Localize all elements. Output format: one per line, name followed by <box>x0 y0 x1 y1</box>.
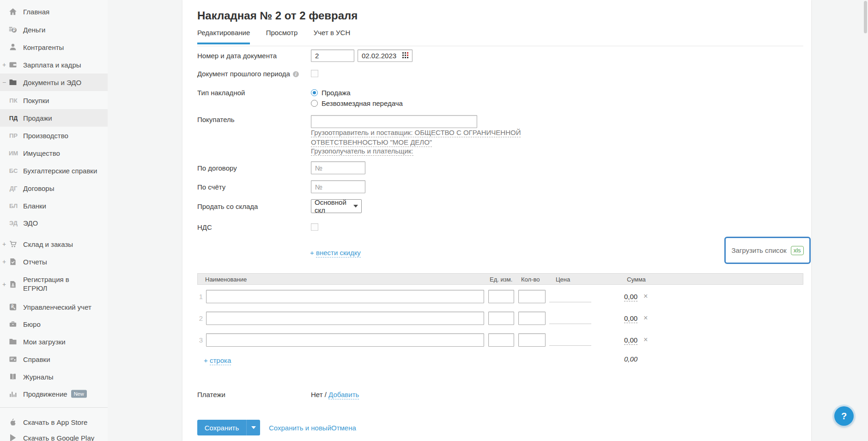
items-table-header: Наименование Ед. изм. Кол-во Цена Сумма <box>197 273 803 285</box>
item-price-input[interactable] <box>549 313 591 324</box>
sidebar-item-google-play[interactable]: Скачать в Google Play <box>0 429 108 441</box>
invoice-number-input[interactable] <box>311 180 365 193</box>
item-qty-input[interactable] <box>518 333 546 347</box>
subitem-label: Бухгалтерские справки <box>23 167 97 175</box>
sidebar-subitem-contracts[interactable]: ДГ Договоры <box>0 179 108 197</box>
expand-minus-icon[interactable]: − <box>2 79 6 86</box>
invoice-form-panel: Накладная № 2 от 2 февраля Редактировани… <box>182 0 811 441</box>
type-radio-free-transfer[interactable]: Безвозмездная передача <box>311 99 403 107</box>
shipper-supplier-link-line2[interactable]: ОТВЕТСТВЕННОСТЬЮ "МОЕ ДЕЛО" <box>311 138 432 146</box>
sidebar-subitem-purchases[interactable]: ПК Покупки <box>0 92 108 109</box>
past-period-label: Документ прошлого периодаi <box>197 70 299 78</box>
subitem-label: Договоры <box>23 184 54 192</box>
date-value: 02.02.2023 <box>362 52 396 60</box>
buyer-input[interactable] <box>311 115 477 128</box>
sidebar-item-registration[interactable]: + Регистрация в ЕГРЮЛ <box>0 270 108 298</box>
sidebar-item-label: Регистрация в ЕГРЮЛ <box>23 276 82 293</box>
scrollbar-thumb[interactable] <box>864 1 867 33</box>
sidebar-subitem-forms[interactable]: БЛ Бланки <box>0 197 108 214</box>
vat-checkbox[interactable] <box>311 223 318 231</box>
radio-selected-icon[interactable] <box>311 89 318 96</box>
payments-add-link[interactable]: Добавить <box>328 391 359 399</box>
calendar-icon[interactable] <box>402 52 408 60</box>
item-name-input[interactable] <box>206 290 484 303</box>
expand-plus-icon[interactable]: + <box>2 61 6 68</box>
item-sum-link[interactable]: 0,00 <box>624 314 637 322</box>
shipper-supplier-link[interactable]: Грузоотправитель и поставщик: ОБЩЕСТВО С… <box>311 129 521 136</box>
home-icon <box>9 7 17 16</box>
sidebar-item-reports[interactable]: + Отчеты <box>0 253 108 270</box>
item-name-input[interactable] <box>206 333 484 347</box>
sidebar-item-downloads[interactable]: Мои загрузки <box>0 333 108 350</box>
contractors-icon <box>9 43 17 51</box>
tab-editing[interactable]: Редактирование <box>197 29 250 44</box>
sidebar-item-money[interactable]: ₽ Деньги <box>0 21 108 38</box>
question-icon: ? <box>841 411 847 422</box>
save-and-new-link[interactable]: Сохранить и новый <box>269 424 331 432</box>
item-name-input[interactable] <box>206 312 484 325</box>
subitem-code: БС <box>6 167 20 174</box>
sidebar-item-management[interactable]: ₽ Управленческий учет <box>0 298 108 316</box>
sidebar-item-salary[interactable]: + Зарплата и кадры <box>0 56 108 74</box>
save-dropdown-button[interactable] <box>246 420 260 435</box>
registration-icon <box>9 280 17 288</box>
expand-plus-icon[interactable]: + <box>2 258 6 265</box>
item-qty-input[interactable] <box>518 290 546 303</box>
past-period-checkbox[interactable] <box>311 70 318 77</box>
delete-row-icon[interactable]: × <box>643 314 648 322</box>
radio-unselected-icon[interactable] <box>311 100 318 107</box>
help-button[interactable]: ? <box>834 406 854 426</box>
item-sum-link[interactable]: 0,00 <box>624 293 637 300</box>
sidebar-subitem-sales[interactable]: ПД Продажи <box>0 109 108 127</box>
expand-plus-icon[interactable]: + <box>2 240 6 248</box>
sidebar-item-bureau[interactable]: Бюро <box>0 315 108 333</box>
certificates-icon <box>9 355 17 363</box>
expand-plus-icon[interactable]: + <box>2 281 6 288</box>
sidebar-item-warehouse[interactable]: + Склад и заказы <box>0 235 108 253</box>
row-number: 1 <box>196 293 203 300</box>
document-number-input[interactable] <box>311 49 354 62</box>
sidebar-subitem-property[interactable]: ИМ Имущество <box>0 144 108 162</box>
sidebar-subitem-accounting-certificates[interactable]: БС Бухгалтерские справки <box>0 162 108 179</box>
tab-preview[interactable]: Просмотр <box>266 29 298 43</box>
sidebar-item-label: Зарплата и кадры <box>23 61 81 69</box>
sidebar-item-journals[interactable]: Журналы <box>0 368 108 386</box>
type-radio-sale[interactable]: Продажа <box>311 89 351 97</box>
sidebar-item-app-store[interactable]: Скачать в App Store <box>0 413 108 431</box>
add-row-link[interactable]: + строка <box>204 356 231 364</box>
item-sum-link[interactable]: 0,00 <box>624 336 637 344</box>
sidebar-item-home[interactable]: Главная <box>0 3 108 20</box>
document-date-input[interactable]: 02.02.2023 <box>358 49 413 62</box>
subitem-code: ПД <box>6 115 20 122</box>
payments-value: Нет / Добавить <box>311 391 359 398</box>
sidebar-item-promotion[interactable]: ПродвижениеNew <box>0 385 108 403</box>
consignee-payer-link[interactable]: Грузополучатель и плательщик: <box>311 147 413 155</box>
number-date-label: Номер и дата документа <box>197 52 277 60</box>
sidebar: Главная ₽ Деньги Контрагенты + Зарплата … <box>0 0 108 441</box>
sidebar-item-label: Документы и ЭДО <box>23 79 81 86</box>
delete-row-icon[interactable]: × <box>643 292 648 300</box>
item-price-input[interactable] <box>549 335 591 346</box>
contract-number-input[interactable] <box>311 161 365 174</box>
warehouse-cart-icon <box>9 240 17 248</box>
item-unit-input[interactable] <box>488 333 514 347</box>
cancel-link[interactable]: Отмена <box>331 424 356 432</box>
add-discount-link[interactable]: + внести скидку <box>310 249 361 257</box>
tab-usn[interactable]: Учет в УСН <box>314 29 351 43</box>
sidebar-item-documents[interactable]: − Документы и ЭДО <box>0 74 108 91</box>
bureau-icon <box>9 320 17 328</box>
save-button[interactable]: Сохранить <box>197 420 260 435</box>
sidebar-subitem-edo[interactable]: ЭД ЭДО <box>0 214 108 232</box>
sidebar-item-certificates[interactable]: Справки <box>0 350 108 368</box>
item-qty-input[interactable] <box>518 312 546 325</box>
delete-row-icon[interactable]: × <box>643 336 648 344</box>
sidebar-subitem-production[interactable]: ПР Производство <box>0 127 108 144</box>
warehouse-select[interactable]: Основной скл <box>311 199 362 213</box>
item-unit-input[interactable] <box>488 290 514 303</box>
item-unit-input[interactable] <box>488 312 514 325</box>
upload-list-button[interactable]: Загрузить список xls <box>724 237 811 264</box>
radio-label: Продажа <box>322 89 351 97</box>
subitem-code: ПК <box>6 97 20 104</box>
sidebar-item-contractors[interactable]: Контрагенты <box>0 38 108 56</box>
item-price-input[interactable] <box>549 291 591 302</box>
